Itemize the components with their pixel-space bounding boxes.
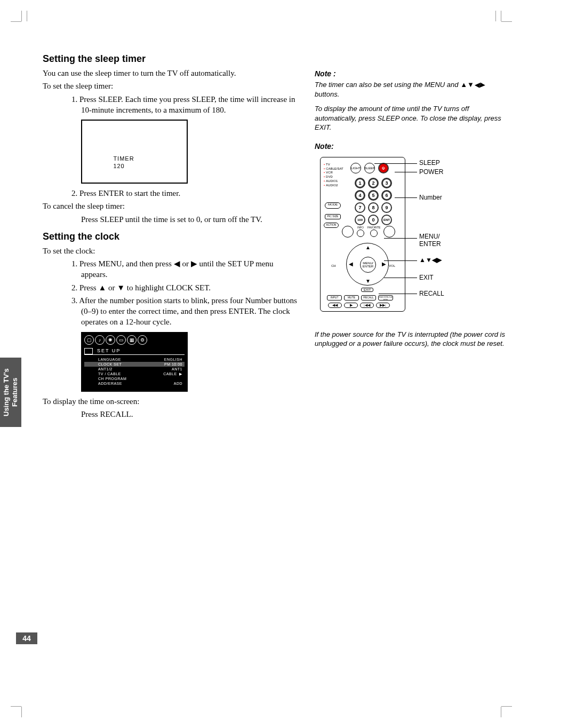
remote-note-title: Note: [315,142,507,151]
osd-setup-screenshot: ▢ ♪ ✺ ▭ ▦ ⚙ SET UP LANGUAGEENGLISH CLOCK… [81,332,188,392]
num-2: 2 [368,178,379,188]
dpad: ▲ ▼ ◀ ▶ MENU/ ENTER [346,243,389,286]
num-9: 9 [381,202,392,213]
action-button: ACTION [324,223,339,228]
intro-text: You can use the sleep timer to turn the … [43,68,299,78]
remote-diagram: TV CABLE/SAT VCR DVD AUDIO1 AUDIO2 LIGHT… [315,154,485,325]
osd-line1: TIMER [113,155,134,162]
ch-label: CH [331,264,336,267]
play-icon: ▶ [344,303,358,308]
bottom-row: INPUT MUTE RECALL DVD RTN CH RTN [327,295,393,300]
fav-button [370,230,378,237]
num-1: 1 [355,178,365,188]
page-content: Using the TV's Features 44 Setting the s… [43,53,507,422]
clock-lead: To set the clock: [43,246,299,256]
heading-clock: Setting the clock [43,231,299,242]
setup-row: CH PROGRAM [84,376,185,381]
setup-row: TV / CABLECABLE ▶ [84,371,185,376]
callout-number: Number [419,194,442,201]
vol-label: VOL [389,264,395,267]
mid-row: INFO FAVORITE [342,226,395,238]
note-text-1: The timer can also be set using the MENU… [315,80,507,99]
clock-step-2: 2. Press ▲ or ▼ to highlight CLOCK SET. [43,282,299,293]
next-icon: ▶▶| [376,303,390,308]
setup-row: LANGUAGEENGLISH [84,357,185,362]
number-pad: 1 2 3 4 5 6 7 8 9 100 0 ENT [355,178,393,225]
main-column: Setting the sleep timer You can use the … [43,53,299,422]
tab-icon: ✺ [106,335,115,345]
side-button [383,226,395,238]
num-6: 6 [381,190,392,201]
display-lead: To display the time on-screen: [43,396,299,407]
device-list: TV CABLE/SAT VCR DVD AUDIO1 AUDIO2 [324,163,343,188]
ent-button: ENT [381,215,392,225]
num-7: 7 [355,202,365,213]
clock-step-3: 3. After the number position starts to b… [43,295,299,328]
clock-step-1: 1. Press MENU, and then press ◀ or ▶ unt… [43,258,299,280]
rew-icon: ◀◀ [328,303,342,308]
setup-title: SET UP [84,348,185,355]
setup-row: ANT1/2ANT1 [84,367,185,371]
num-5: 5 [368,190,379,201]
cancel-lead: To cancel the sleep timer: [43,201,299,211]
tab-icon: ▦ [127,335,137,345]
cancel-step: Press SLEEP until the time is set to 0, … [43,214,299,225]
setup-tab-icons: ▢ ♪ ✺ ▭ ▦ ⚙ [84,335,185,345]
setup-row-highlighted: CLOCK SETPM 10:00 [84,362,185,367]
guide-button [342,226,354,238]
note-text-2: To display the amount of time until the … [315,104,507,132]
step-1: 1. Press SLEEP. Each time you press SLEE… [43,94,299,116]
tab-icon: ⚙ [138,335,147,345]
sleep-button: SLEEP [364,163,375,173]
num-4: 4 [355,190,365,201]
remote-footnote: If the power source for the TV is interr… [315,330,507,349]
tab-icon: ▢ [84,335,94,345]
chapter-tab: Using the TV's Features [0,358,21,427]
side-column: Note : The timer can also be set using t… [315,53,507,422]
num-0: 0 [368,215,379,225]
prev-icon: |◀◀ [360,303,374,308]
mode-button: MODE [325,202,341,209]
tab-icon: ♪ [95,335,105,345]
note-title: Note : [315,69,507,78]
num-3: 3 [381,178,392,188]
info-button [357,230,364,237]
callout-sleep: SLEEP [419,159,440,167]
tv-icon [84,348,93,354]
callout-power: POWER [419,168,443,176]
remote-body: TV CABLE/SAT VCR DVD AUDIO1 AUDIO2 LIGHT… [320,157,405,312]
heading-sleep-timer: Setting the sleep timer [43,53,299,65]
transport-row: ◀◀ ▶ |◀◀ ▶▶| [328,303,390,308]
setup-row: ADD/ERASEADD [84,381,185,386]
callout-exit: EXIT [419,274,434,281]
num-8: 8 [368,202,379,213]
page-number: 44 [16,632,37,644]
osd-line2: 120 [113,162,134,170]
callout-menu: MENU/ ENTER [419,233,441,248]
menu-enter-button: MENU/ ENTER [360,257,376,273]
callout-arrows: ▲▼◀▶ [419,256,442,264]
callout-recall: RECALL [419,290,444,297]
num-100: 100 [355,215,365,225]
power-button: ⏻ [378,163,389,173]
tab-icon: ▭ [116,335,126,345]
step-2: 2. Press ENTER to start the timer. [43,188,299,199]
light-button: LIGHT [350,163,361,173]
lead-text: To set the sleep timer: [43,81,299,91]
picsize-button: PIC SIZE [325,214,341,219]
osd-timer-screenshot: TIMER 120 [81,120,188,184]
display-step: Press RECALL. [43,409,299,420]
exit-button: EXIT [361,288,373,292]
